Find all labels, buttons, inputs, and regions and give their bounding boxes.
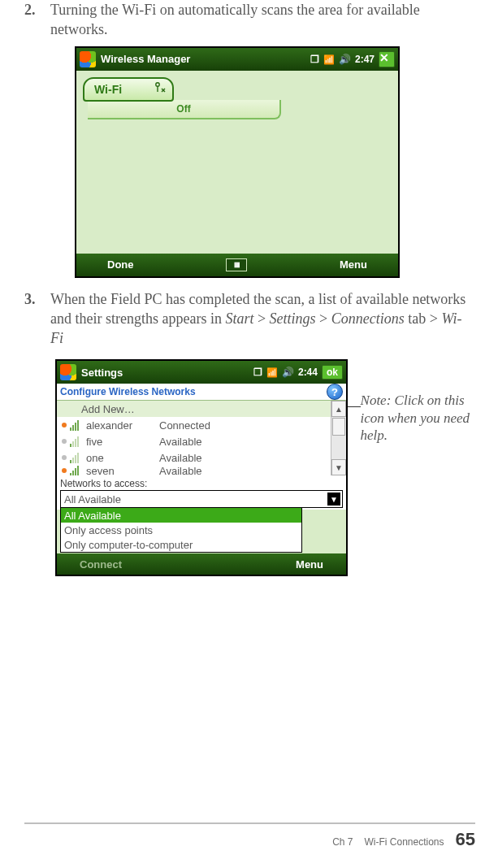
ok-button[interactable]: ok [322,365,343,380]
signal-bars-icon [70,420,81,431]
network-list[interactable]: Add New… alexander Connected [57,401,331,475]
window-title: Wireless Manager [101,53,310,65]
callout-line [348,406,361,407]
signal-dot-icon [62,468,67,473]
softkey-connect[interactable]: Connect [80,558,122,571]
list-item[interactable]: alexander Connected [57,417,331,433]
network-name: one [86,452,154,464]
step-2-number: 2. [24,0,42,40]
step-3-text: When the Field PC has completed the scan… [50,289,474,349]
network-status: Connected [159,419,210,432]
signal-bars-icon [70,436,81,447]
path-settings: Settings [270,310,316,327]
access-dropdown-list: All Available Only access points Only co… [60,507,302,553]
network-name: Add New… [81,403,135,415]
dropdown-option[interactable]: Only computer-to-computer [61,537,301,552]
wifi-status-panel[interactable]: Off [88,100,281,119]
dropdown-value: All Available [64,493,121,506]
footer-chapter: Ch 7 [332,836,353,848]
wifi-toggle-tab[interactable]: Wi-Fi [83,77,174,102]
antenna-icon [154,81,166,95]
help-icon[interactable]: ? [327,384,343,400]
network-name: alexander [86,419,154,432]
start-icon[interactable] [80,51,96,67]
network-status: Available [159,466,202,475]
list-item[interactable]: seven Available [57,466,331,475]
volume-icon[interactable] [282,367,294,378]
networks-to-access-label: Networks to access: [57,475,346,490]
list-item-add-new[interactable]: Add New… [57,401,331,417]
svg-point-0 [156,82,159,85]
chevron-down-icon: ▼ [327,493,340,506]
signal-dot-icon [62,455,67,460]
volume-icon[interactable] [339,54,351,65]
step-3-mid: tab [405,310,430,327]
scroll-down-button[interactable]: ▼ [331,459,346,475]
softkey-menu[interactable]: Menu [296,558,323,571]
scroll-thumb[interactable] [332,418,345,436]
signal-bars-icon [70,453,81,463]
soft-key-bar: Connect Menu [57,553,346,575]
signal-dot-icon [62,439,67,444]
wireless-manager-body: Wi-Fi Off [76,71,398,254]
path-connections: Connections [331,310,405,327]
title-bar: Settings 2:44 ok [57,361,346,384]
clock: 2:47 [355,54,375,65]
step-2: 2. Turning the Wi-Fi on automatically sc… [24,0,474,40]
network-name: five [86,436,154,448]
path-sep: > [316,310,331,327]
network-status: Available [159,436,202,448]
close-button[interactable]: ✕ [379,51,395,67]
access-dropdown-wrap: All Available ▼ All Available Only acces… [57,490,346,510]
keyboard-icon[interactable]: ▦ [226,258,247,271]
page-footer: Ch 7 Wi-Fi Connections 65 [24,822,475,850]
network-list-wrap: Add New… alexander Connected [57,401,346,475]
soft-key-bar: Done ▦ Menu [76,254,398,276]
wifi-label: Wi-Fi [94,83,122,96]
wifi-status-text: Off [176,103,190,115]
signal-bars-icon [70,466,81,475]
configure-header: Configure Wireless Networks ? [57,384,346,401]
softkey-menu[interactable]: Menu [340,258,367,271]
list-item[interactable]: five Available [57,433,331,449]
step-2-text: Turning the Wi-Fi on automatically scans… [50,0,474,40]
signal-icon [266,367,278,378]
network-name: seven [86,466,154,475]
system-tray: 2:47 ✕ [310,51,395,67]
scrollbar[interactable]: ▲ ▼ [331,401,346,475]
list-item[interactable]: one Available [57,449,331,466]
footer-page-number: 65 [456,829,475,850]
step-3-number: 3. [24,289,42,349]
figure-configure-networks: Settings 2:44 ok Configure Wireless Netw… [55,359,348,576]
signal-icon [323,54,335,65]
footer-section: Wi-Fi Connections [364,836,444,848]
title-bar: Wireless Manager 2:47 ✕ [76,48,398,71]
device-frame: Settings 2:44 ok Configure Wireless Netw… [55,359,348,576]
help-icon-annotation: Note: Click on this icon when you need h… [361,392,474,444]
softkey-done[interactable]: Done [107,258,134,271]
configure-body: Add New… alexander Connected [57,401,346,575]
figure-wireless-manager: Wireless Manager 2:47 ✕ Wi-Fi Off [75,46,474,278]
start-icon[interactable] [60,364,76,380]
step-3: 3. When the Field PC has completed the s… [24,289,474,349]
access-dropdown[interactable]: All Available ▼ [60,490,343,508]
device-frame: Wireless Manager 2:47 ✕ Wi-Fi Off [75,46,400,278]
scroll-up-button[interactable]: ▲ [331,401,346,417]
path-start: Start [225,310,253,327]
path-sep: > [253,310,269,327]
signal-dot-icon [62,423,67,427]
connection-icon [310,54,319,65]
network-status: Available [159,452,202,464]
dropdown-option[interactable]: All Available [61,508,301,523]
scroll-track[interactable] [331,436,346,459]
dropdown-option[interactable]: Only access points [61,523,301,537]
system-tray: 2:44 ok [253,365,343,380]
connection-icon [253,367,262,378]
clock: 2:44 [298,367,318,378]
configure-title: Configure Wireless Networks [60,386,196,397]
figure-configure-networks-row: Settings 2:44 ok Configure Wireless Netw… [24,354,474,576]
path-sep: > [430,310,442,327]
window-title: Settings [81,367,253,379]
